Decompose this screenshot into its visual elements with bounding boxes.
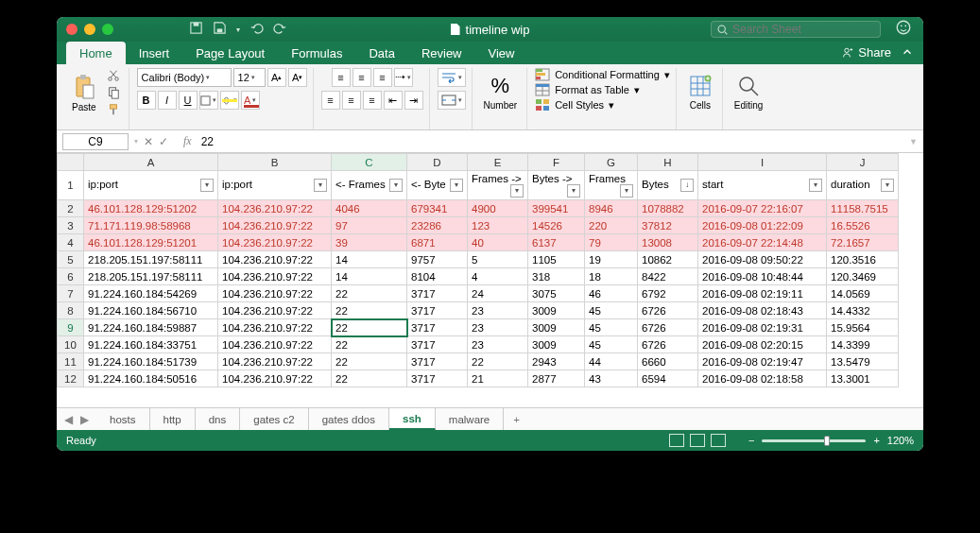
conditional-formatting-button[interactable]: Conditional Formatting ▾: [535, 68, 670, 81]
cell-F2[interactable]: 399541: [528, 200, 585, 217]
view-mode-icons[interactable]: [669, 434, 726, 447]
cut-icon[interactable]: [104, 68, 123, 83]
sheet-tab-dns[interactable]: dns: [196, 408, 241, 430]
sheet-tab-gates-c2[interactable]: gates c2: [240, 408, 308, 430]
col-header-I[interactable]: I: [698, 154, 827, 171]
sheet-tab-ssh[interactable]: ssh: [389, 408, 436, 430]
cell-F5[interactable]: 1105: [528, 251, 585, 268]
cell-I8[interactable]: 2016-09-08 02:18:43: [698, 302, 827, 319]
sheet-tab-malware[interactable]: malware: [436, 408, 504, 430]
cell-J2[interactable]: 11158.7515: [827, 200, 899, 217]
cell-H5[interactable]: 10862: [638, 251, 698, 268]
cell-G8[interactable]: 45: [585, 302, 638, 319]
cell-H7[interactable]: 6792: [638, 285, 698, 302]
row-header-9[interactable]: 9: [58, 319, 84, 336]
filter-button[interactable]: ▾: [200, 179, 214, 192]
cell-E10[interactable]: 23: [468, 336, 528, 353]
cell-A2[interactable]: 46.101.128.129:51202: [84, 200, 218, 217]
cell-G5[interactable]: 19: [585, 251, 638, 268]
cell-J5[interactable]: 120.3516: [827, 251, 899, 268]
tab-review[interactable]: Review: [408, 42, 475, 64]
zoom-in-button[interactable]: +: [873, 435, 879, 446]
sheet-tab-http[interactable]: http: [150, 408, 196, 430]
header-cell[interactable]: Frames ->▾: [468, 171, 528, 200]
cell-E8[interactable]: 23: [468, 302, 528, 319]
row-header-12[interactable]: 12: [58, 370, 84, 387]
cell-D8[interactable]: 3717: [407, 302, 468, 319]
fx-icon[interactable]: fx: [183, 134, 192, 148]
header-cell[interactable]: ip:port▾: [84, 171, 218, 200]
cell-C2[interactable]: 4046: [332, 200, 407, 217]
cell-F9[interactable]: 3009: [528, 319, 585, 336]
feedback-icon[interactable]: [895, 19, 912, 40]
cell-G9[interactable]: 45: [585, 319, 638, 336]
cell-B7[interactable]: 104.236.210.97:22: [218, 285, 332, 302]
cell-H4[interactable]: 13008: [638, 234, 698, 251]
cell-G6[interactable]: 18: [585, 268, 638, 285]
col-header-G[interactable]: G: [585, 154, 638, 171]
increase-indent-icon[interactable]: ⇥: [404, 91, 423, 110]
cell-F3[interactable]: 14526: [528, 217, 585, 234]
cell-A3[interactable]: 71.171.119.98:58968: [84, 217, 218, 234]
name-box[interactable]: C9: [62, 133, 129, 150]
qat-dropdown-icon[interactable]: ▾: [236, 26, 240, 34]
cell-I2[interactable]: 2016-09-07 22:16:07: [698, 200, 827, 217]
cell-C5[interactable]: 14: [332, 251, 407, 268]
row-header-8[interactable]: 8: [58, 302, 84, 319]
cell-F7[interactable]: 3075: [528, 285, 585, 302]
font-color-button[interactable]: A: [241, 91, 260, 110]
tab-home[interactable]: Home: [66, 42, 126, 64]
tab-formulas[interactable]: Formulas: [278, 42, 355, 64]
cell-D10[interactable]: 3717: [407, 336, 468, 353]
filter-button[interactable]: ↓: [680, 179, 694, 192]
cell-H2[interactable]: 1078882: [638, 200, 698, 217]
cell-H12[interactable]: 6594: [638, 370, 698, 387]
cell-D5[interactable]: 9757: [407, 251, 468, 268]
cell-A11[interactable]: 91.224.160.184:51739: [84, 353, 218, 370]
cell-H10[interactable]: 6726: [638, 336, 698, 353]
align-top-icon[interactable]: ≡: [332, 68, 351, 87]
tab-insert[interactable]: Insert: [126, 42, 183, 64]
cell-A10[interactable]: 91.224.160.184:33751: [84, 336, 218, 353]
cell-G4[interactable]: 79: [585, 234, 638, 251]
cell-B11[interactable]: 104.236.210.97:22: [218, 353, 332, 370]
filter-button[interactable]: ▾: [450, 179, 463, 192]
cell-A8[interactable]: 91.224.160.184:56710: [84, 302, 218, 319]
cell-A5[interactable]: 218.205.151.197:58111: [84, 251, 218, 268]
cell-A12[interactable]: 91.224.160.184:50516: [84, 370, 218, 387]
header-cell[interactable]: duration▾: [827, 171, 899, 200]
align-middle-icon[interactable]: ≡: [352, 68, 371, 87]
cell-E3[interactable]: 123: [468, 217, 528, 234]
col-header-D[interactable]: D: [407, 154, 468, 171]
select-all-corner[interactable]: [58, 154, 84, 171]
cell-I7[interactable]: 2016-09-08 02:19:11: [698, 285, 827, 302]
cell-I4[interactable]: 2016-09-07 22:14:48: [698, 234, 827, 251]
format-painter-icon[interactable]: [104, 102, 123, 117]
cells-button[interactable]: Cells: [684, 72, 716, 112]
increase-font-icon[interactable]: A▴: [267, 68, 286, 87]
col-header-F[interactable]: F: [528, 154, 585, 171]
sheet-nav-prev-icon[interactable]: ◀: [64, 413, 73, 426]
spreadsheet-grid[interactable]: ABCDEFGHIJ1ip:port▾ip:port▾<- Frames▾<- …: [57, 153, 923, 407]
cell-G2[interactable]: 8946: [585, 200, 638, 217]
cell-B8[interactable]: 104.236.210.97:22: [218, 302, 332, 319]
cell-C6[interactable]: 14: [332, 268, 407, 285]
cell-I11[interactable]: 2016-09-08 02:19:47: [698, 353, 827, 370]
number-format-button[interactable]: % Number: [480, 72, 522, 112]
cell-B3[interactable]: 104.236.210.97:22: [218, 217, 332, 234]
close-button[interactable]: [66, 24, 77, 35]
header-cell[interactable]: <- Frames▾: [332, 171, 407, 200]
header-cell[interactable]: start▾: [698, 171, 827, 200]
zoom-out-button[interactable]: −: [748, 435, 754, 446]
tab-view[interactable]: View: [475, 42, 528, 64]
editing-button[interactable]: Editing: [731, 72, 767, 112]
cell-I12[interactable]: 2016-09-08 02:18:58: [698, 370, 827, 387]
cell-D7[interactable]: 3717: [407, 285, 468, 302]
cell-styles-button[interactable]: Cell Styles ▾: [535, 98, 614, 112]
cell-D2[interactable]: 679341: [407, 200, 468, 217]
filter-button[interactable]: ▾: [510, 184, 524, 198]
cell-C9[interactable]: 22: [332, 319, 407, 336]
cell-E11[interactable]: 22: [468, 353, 528, 370]
row-header-1[interactable]: 1: [58, 171, 84, 200]
undo-icon[interactable]: [249, 21, 264, 39]
